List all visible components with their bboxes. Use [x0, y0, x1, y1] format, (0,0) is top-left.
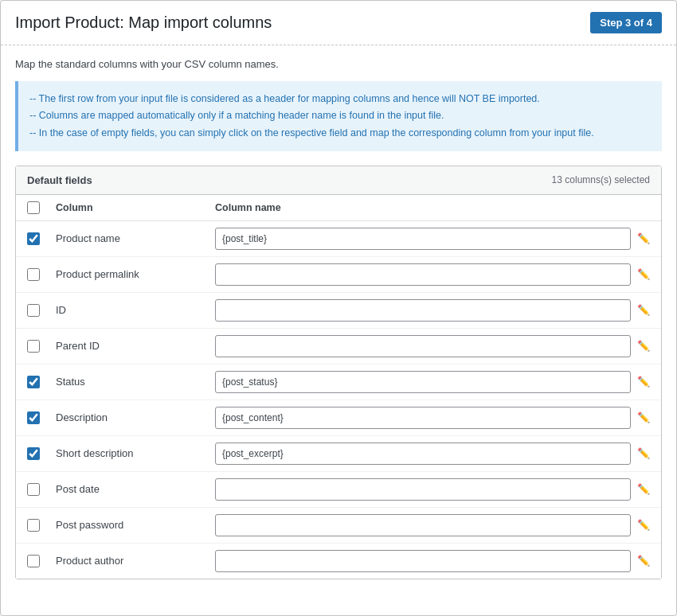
col-input-product-permalink[interactable]	[215, 263, 631, 286]
table-row-id: ID ✏️	[16, 293, 661, 329]
info-line-2: -- Columns are mapped automatically only…	[29, 107, 651, 124]
edit-icon-status[interactable]: ✏️	[637, 376, 650, 388]
col-input-parent-id[interactable]	[215, 335, 631, 357]
edit-icon-id[interactable]: ✏️	[637, 304, 650, 316]
table-row-post-date: Post date ✏️	[16, 472, 661, 508]
table-row-product-name: Product name ✏️	[16, 221, 661, 257]
col-input-product-author[interactable]	[215, 550, 631, 572]
table-row-status: Status ✏️	[16, 365, 661, 400]
table-header-row: Default fields 13 columns(s) selected	[16, 166, 661, 195]
col-name-parent-id: Parent ID	[56, 340, 215, 352]
step-badge: Step 3 of 4	[590, 12, 662, 33]
subtitle: Map the standard columns with your CSV c…	[15, 58, 662, 70]
col-value-cell-description: ✏️	[215, 407, 650, 429]
col-input-short-description[interactable]	[215, 443, 631, 465]
col-value-cell-product-permalink: ✏️	[215, 263, 650, 286]
col-input-description[interactable]	[215, 407, 631, 429]
checkbox-product-permalink[interactable]	[27, 268, 40, 281]
rows-container: Product name ✏️ Product permalink ✏️ ID …	[16, 221, 661, 579]
table-row-product-author: Product author ✏️	[16, 544, 661, 579]
edit-icon-product-name[interactable]: ✏️	[637, 232, 650, 244]
table-row-description: Description ✏️	[16, 400, 661, 436]
table-row-product-permalink: Product permalink ✏️	[16, 257, 661, 293]
col-value-cell-post-password: ✏️	[215, 514, 650, 536]
checkbox-description[interactable]	[27, 411, 40, 424]
select-all-checkbox[interactable]	[27, 201, 40, 214]
table-section-label: Default fields	[27, 174, 92, 186]
page-body: Map the standard columns with your CSV c…	[1, 45, 676, 592]
col-input-id[interactable]	[215, 299, 631, 322]
info-line-3: -- In the case of empty fields, you can …	[29, 125, 651, 142]
edit-icon-post-password[interactable]: ✏️	[637, 519, 650, 531]
col-name-post-password: Post password	[56, 519, 215, 531]
checkbox-cell-product-name	[27, 232, 56, 245]
col-value-cell-post-date: ✏️	[215, 478, 650, 501]
checkbox-cell-post-password	[27, 519, 56, 532]
info-box: -- The first row from your input file is…	[15, 81, 662, 151]
col-input-post-password[interactable]	[215, 514, 631, 536]
col-value-cell-parent-id: ✏️	[215, 335, 650, 357]
checkbox-product-author[interactable]	[27, 555, 40, 567]
col-name-product-name: Product name	[56, 232, 215, 244]
col-input-product-name[interactable]	[215, 228, 631, 250]
col-input-post-date[interactable]	[215, 478, 631, 501]
checkbox-cell-id	[27, 304, 56, 317]
edit-icon-parent-id[interactable]: ✏️	[637, 340, 650, 352]
checkbox-product-name[interactable]	[27, 232, 40, 245]
col-headers-row: Column Column name	[16, 195, 661, 221]
page-header: Import Product: Map import columns Step …	[1, 1, 676, 45]
table-row-parent-id: Parent ID ✏️	[16, 329, 661, 365]
col-name-post-date: Post date	[56, 483, 215, 495]
checkbox-cell-short-description	[27, 447, 56, 460]
table-row-post-password: Post password ✏️	[16, 508, 661, 544]
checkbox-cell-product-permalink	[27, 268, 56, 281]
col-value-cell-id: ✏️	[215, 299, 650, 322]
checkbox-cell-product-author	[27, 555, 56, 567]
col-input-status[interactable]	[215, 371, 631, 393]
checkbox-status[interactable]	[27, 376, 40, 388]
checkbox-post-date[interactable]	[27, 483, 40, 496]
edit-icon-short-description[interactable]: ✏️	[637, 447, 650, 459]
checkbox-cell-parent-id	[27, 340, 56, 353]
checkbox-cell-status	[27, 376, 56, 388]
col-value-cell-short-description: ✏️	[215, 443, 650, 465]
col-name-description: Description	[56, 411, 215, 423]
edit-icon-description[interactable]: ✏️	[637, 411, 650, 423]
column-header-column: Column	[56, 202, 215, 213]
edit-icon-post-date[interactable]: ✏️	[637, 483, 650, 495]
checkbox-short-description[interactable]	[27, 447, 40, 460]
col-name-short-description: Short description	[56, 447, 215, 459]
checkbox-id[interactable]	[27, 304, 40, 317]
col-value-cell-product-author: ✏️	[215, 550, 650, 572]
col-name-product-permalink: Product permalink	[56, 268, 215, 280]
checkbox-cell-description	[27, 411, 56, 424]
col-name-status: Status	[56, 376, 215, 388]
table-section: Default fields 13 columns(s) selected Co…	[15, 166, 662, 579]
checkbox-parent-id[interactable]	[27, 340, 40, 353]
checkbox-post-password[interactable]	[27, 519, 40, 532]
edit-icon-product-author[interactable]: ✏️	[637, 555, 650, 567]
page-title: Import Product: Map import columns	[15, 14, 272, 32]
table-row-short-description: Short description ✏️	[16, 436, 661, 472]
page-wrapper: Import Product: Map import columns Step …	[0, 0, 677, 616]
column-header-column-name: Column name	[215, 202, 650, 213]
checkbox-cell-post-date	[27, 483, 56, 496]
info-line-1: -- The first row from your input file is…	[29, 91, 651, 107]
col-value-cell-status: ✏️	[215, 371, 650, 393]
col-value-cell-product-name: ✏️	[215, 228, 650, 250]
columns-selected-count: 13 columns(s) selected	[552, 174, 650, 185]
header-checkbox-cell	[27, 201, 56, 214]
col-name-product-author: Product author	[56, 555, 215, 567]
edit-icon-product-permalink[interactable]: ✏️	[637, 268, 650, 280]
col-name-id: ID	[56, 304, 215, 316]
